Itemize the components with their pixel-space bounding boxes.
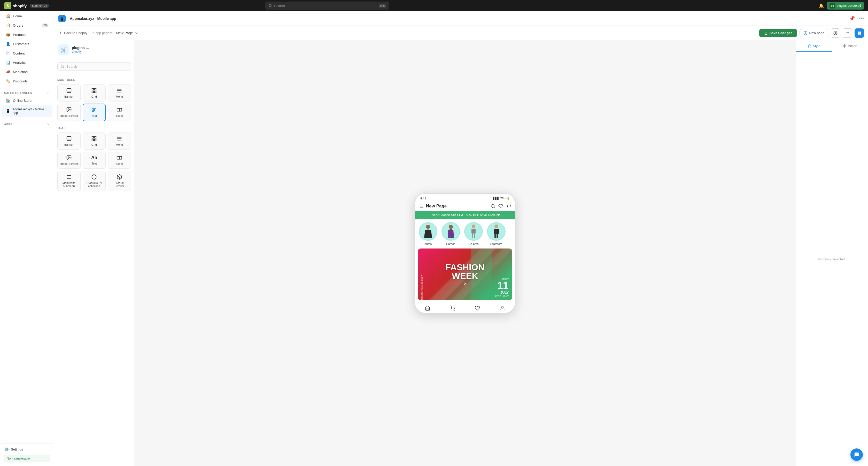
sidebar-item-home[interactable]: 🏠 Home: [2, 11, 53, 21]
widget-menu-submenu[interactable]: Menu with submenu: [57, 171, 81, 191]
app-header-icon: 📱: [58, 15, 66, 22]
fashion-date-block: friday 11 JULY 10.00 - 15.00: [495, 277, 509, 297]
pin-icon[interactable]: 📌: [849, 16, 855, 22]
more-options-icon[interactable]: •••: [859, 16, 864, 21]
dots-icon: •••: [845, 31, 849, 35]
view-toggle-button[interactable]: [855, 28, 864, 38]
category-sweaters-label: Sweaters: [490, 242, 502, 245]
tab-style[interactable]: Style: [796, 40, 832, 52]
status-time: 9:41: [420, 197, 426, 200]
shopify-logo-icon: S: [4, 2, 11, 9]
phone-nav-home[interactable]: [415, 303, 440, 313]
top-search-bar[interactable]: ⌘ K: [265, 2, 389, 10]
widget-menu2[interactable]: Menu: [108, 132, 131, 150]
back-to-shopify-button[interactable]: Back to Shopify: [58, 31, 87, 35]
fashion-time: 10.00 - 15.00: [495, 294, 509, 297]
chat-bubble-button[interactable]: [850, 448, 863, 461]
bell-icon[interactable]: 🔔: [819, 3, 824, 8]
settings-item[interactable]: ⚙️ Settings: [2, 445, 52, 453]
category-coords[interactable]: Co-ords: [463, 222, 484, 245]
main-layout: 🏠 Home 📋 Orders 85 📦 Products 👤 Customer…: [0, 11, 868, 466]
save-changes-button[interactable]: Save Changes: [759, 29, 797, 37]
shopify-logo[interactable]: S shopify: [4, 2, 27, 9]
products-collection-icon: [91, 174, 97, 180]
svg-rect-47: [471, 229, 475, 234]
svg-point-7: [61, 65, 64, 67]
sidebar-item-online-store[interactable]: 🏪 Online Store: [2, 96, 53, 105]
content-area: 📱 Appmaker.xyz - Mobile app 📌 ••• Back t…: [54, 11, 868, 466]
widget-menu[interactable]: Menu: [108, 85, 131, 101]
widget-slider2[interactable]: Slider: [108, 152, 131, 169]
fashion-cross: ✕: [445, 281, 485, 286]
widget-image-scroller[interactable]: Image-Scroller: [57, 103, 81, 121]
signal-icon: ▋▋▋: [493, 197, 499, 200]
widget-text2[interactable]: Aa Text: [83, 152, 106, 169]
settings-button[interactable]: [831, 28, 840, 38]
chevron-right-icon: [46, 91, 50, 95]
fashion-banner: TICKETS AVAILABLE NOW FASHION WEEK ✕ fri…: [418, 248, 512, 300]
more-menu-button[interactable]: •••: [843, 28, 852, 38]
widget-search-box[interactable]: [57, 62, 131, 71]
products-collection-label: Products By collection: [85, 181, 104, 188]
hamburger-icon[interactable]: [419, 204, 424, 209]
category-sarees[interactable]: Sarees: [440, 222, 461, 245]
nav-home-icon: [425, 306, 430, 311]
svg-point-44: [426, 225, 430, 229]
app-sub[interactable]: shopify: [72, 50, 89, 54]
category-sweaters[interactable]: Sweaters: [486, 222, 506, 245]
svg-rect-6: [860, 33, 861, 34]
svg-rect-52: [494, 234, 496, 238]
widget-products-collection[interactable]: Products By collection: [83, 171, 106, 191]
phone-nav-wishlist[interactable]: [465, 303, 490, 313]
widget-banner[interactable]: Banner: [57, 85, 81, 101]
widgets-scroll: MOST USED Banner Grid: [54, 74, 134, 466]
sidebar-item-discounts[interactable]: 🏷️ Discounts: [2, 77, 53, 86]
widget-search-input[interactable]: [66, 65, 128, 68]
sidebar-item-content[interactable]: 📄 Content: [2, 49, 53, 58]
battery-icon: 🔋: [506, 197, 510, 200]
phone-wishlist-icon[interactable]: [498, 204, 503, 209]
sidebar-item-products[interactable]: 📦 Products: [2, 30, 53, 39]
widget-grid2[interactable]: Grid: [83, 132, 106, 150]
kurtis-figure: [423, 224, 433, 239]
new-page-button[interactable]: New page: [800, 29, 828, 37]
phone-nav-account[interactable]: [490, 303, 515, 313]
sales-channels-label: Sales channels: [4, 91, 32, 95]
arrow-left-icon: [58, 31, 63, 35]
text-widget-grid: Banner Grid Menu Image-Scroller: [57, 132, 131, 191]
grid-icon: [91, 88, 97, 94]
toolbar-right: Save Changes New page •••: [759, 28, 864, 38]
sidebar-item-label: Home: [13, 14, 22, 18]
phone-search-icon[interactable]: [491, 204, 495, 209]
svg-point-42: [507, 208, 508, 208]
widget-search: [54, 59, 134, 74]
category-kurtis[interactable]: Kurtis: [418, 222, 438, 245]
widget-slider[interactable]: Slider: [108, 103, 131, 121]
svg-rect-53: [497, 234, 498, 238]
sidebar-item-label: Discounts: [13, 79, 28, 83]
sidebar-item-customers[interactable]: 👤 Customers: [2, 39, 53, 48]
user-menu[interactable]: pu plugins-devstore1: [827, 2, 864, 9]
widget-product-scroller[interactable]: Product Scroller: [108, 171, 131, 191]
widget-grid[interactable]: Grid: [83, 85, 106, 101]
most-used-label: MOST USED: [57, 78, 131, 81]
phone-nav-cart[interactable]: [440, 303, 465, 313]
sidebar-item-mobile-app[interactable]: 📱 Appmaker.xyz - Mobile app: [2, 105, 53, 117]
grid2-label: Grid: [91, 143, 97, 146]
phone-cart-icon[interactable]: [506, 204, 511, 209]
widget-banner2[interactable]: Banner: [57, 132, 81, 150]
left-sidebar: 🏠 Home 📋 Orders 85 📦 Products 👤 Customer…: [0, 11, 54, 466]
tab-action[interactable]: Action: [832, 40, 868, 52]
sidebar-item-analytics[interactable]: 📊 Analytics: [2, 58, 53, 67]
promo-banner: End of Season sale FLAT 50% OFF on all P…: [415, 211, 515, 219]
page-selector[interactable]: New Page: [116, 31, 139, 35]
widget-text[interactable]: Aa Text: [83, 103, 106, 121]
sidebar-item-marketing[interactable]: 📣 Marketing: [2, 67, 53, 76]
banner-icon: [66, 88, 72, 94]
search-input[interactable]: [274, 4, 376, 8]
nav-cart-icon: [450, 306, 455, 311]
sidebar-item-orders[interactable]: 📋 Orders 85: [2, 21, 53, 30]
wifi-icon: WiFi: [500, 197, 505, 200]
widget-image-scroller2[interactable]: Image-Scroller: [57, 152, 81, 169]
svg-point-56: [501, 306, 503, 308]
